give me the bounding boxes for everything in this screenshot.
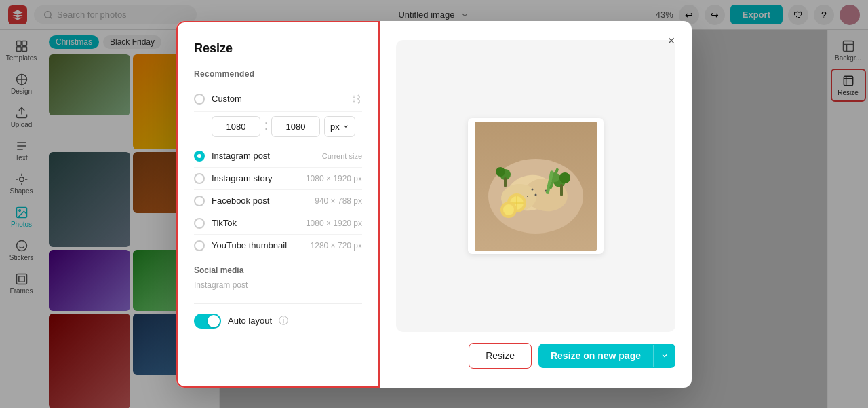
custom-label: Custom bbox=[212, 94, 351, 104]
width-input[interactable] bbox=[212, 116, 260, 137]
modal-close-button[interactable]: × bbox=[662, 32, 681, 51]
size-inputs: ⁚ px bbox=[212, 116, 362, 137]
instagram-post-label: Instagram post bbox=[212, 151, 322, 161]
resize-new-label: Resize on new page bbox=[538, 344, 653, 368]
youtube-thumbnail-option[interactable]: YouTube thumbnail 1280 × 720 px bbox=[194, 235, 362, 257]
svg-point-44 bbox=[496, 167, 505, 177]
instagram-story-radio[interactable] bbox=[194, 173, 205, 184]
size-divider: ⁚ bbox=[264, 121, 267, 132]
preview-image bbox=[475, 122, 597, 251]
preview-area bbox=[396, 40, 675, 332]
svg-point-38 bbox=[503, 204, 514, 215]
custom-radio[interactable] bbox=[194, 94, 205, 105]
auto-layout-toggle[interactable] bbox=[194, 314, 221, 329]
svg-point-31 bbox=[527, 196, 528, 197]
instagram-story-label: Instagram story bbox=[212, 173, 306, 183]
facebook-post-option[interactable]: Facebook post 940 × 788 px bbox=[194, 190, 362, 212]
facebook-post-size: 940 × 788 px bbox=[315, 196, 362, 206]
instagram-post-radio[interactable] bbox=[194, 151, 205, 162]
auto-layout-row: Auto layout ⓘ bbox=[194, 303, 362, 329]
svg-rect-45 bbox=[504, 177, 507, 187]
tiktok-option[interactable]: TikTok 1080 × 1920 px bbox=[194, 212, 362, 235]
facebook-post-label: Facebook post bbox=[212, 196, 315, 206]
unit-select[interactable]: px bbox=[324, 116, 355, 137]
toggle-thumb bbox=[208, 315, 220, 327]
tiktok-radio[interactable] bbox=[194, 218, 205, 229]
svg-point-40 bbox=[559, 172, 570, 183]
height-input[interactable] bbox=[271, 116, 320, 137]
auto-layout-label: Auto layout bbox=[228, 316, 272, 326]
svg-point-29 bbox=[532, 188, 534, 190]
info-icon[interactable]: ⓘ bbox=[279, 315, 288, 327]
modal-footer: Resize Resize on new page bbox=[396, 343, 675, 369]
tiktok-size: 1080 × 1920 px bbox=[306, 219, 362, 228]
custom-option-row[interactable]: Custom ⛓ bbox=[194, 87, 362, 112]
youtube-thumbnail-size: 1280 × 720 px bbox=[311, 241, 362, 251]
instagram-story-size: 1080 × 1920 px bbox=[306, 174, 362, 183]
social-media-sub-label: Instagram post bbox=[194, 278, 362, 290]
recommended-section-label: Recommended bbox=[194, 69, 362, 79]
resize-modal: Resize Recommended Custom ⛓ ⁚ px Instagr… bbox=[176, 21, 692, 388]
preview-food-image bbox=[475, 122, 597, 251]
current-size-badge: Current size bbox=[322, 152, 362, 160]
unit-label: px bbox=[330, 122, 340, 132]
youtube-thumbnail-radio[interactable] bbox=[194, 240, 205, 251]
link-icon[interactable]: ⛓ bbox=[351, 94, 362, 105]
resize-new-button[interactable]: Resize on new page bbox=[538, 344, 675, 368]
modal-right-panel: × bbox=[380, 21, 692, 388]
youtube-thumbnail-label: YouTube thumbnail bbox=[212, 240, 311, 251]
instagram-post-option[interactable]: Instagram post Current size bbox=[194, 145, 362, 168]
modal-left-panel: Resize Recommended Custom ⛓ ⁚ px Instagr… bbox=[176, 21, 380, 388]
instagram-story-option[interactable]: Instagram story 1080 × 1920 px bbox=[194, 168, 362, 190]
resize-new-dropdown-arrow[interactable] bbox=[653, 345, 675, 367]
modal-title: Resize bbox=[194, 41, 362, 56]
svg-point-30 bbox=[535, 193, 537, 196]
social-media-section-label: Social media bbox=[194, 265, 362, 275]
preview-canvas bbox=[468, 118, 604, 254]
tiktok-label: TikTok bbox=[212, 218, 306, 228]
resize-button[interactable]: Resize bbox=[469, 343, 532, 369]
facebook-post-radio[interactable] bbox=[194, 196, 205, 206]
svg-rect-42 bbox=[560, 184, 563, 196]
